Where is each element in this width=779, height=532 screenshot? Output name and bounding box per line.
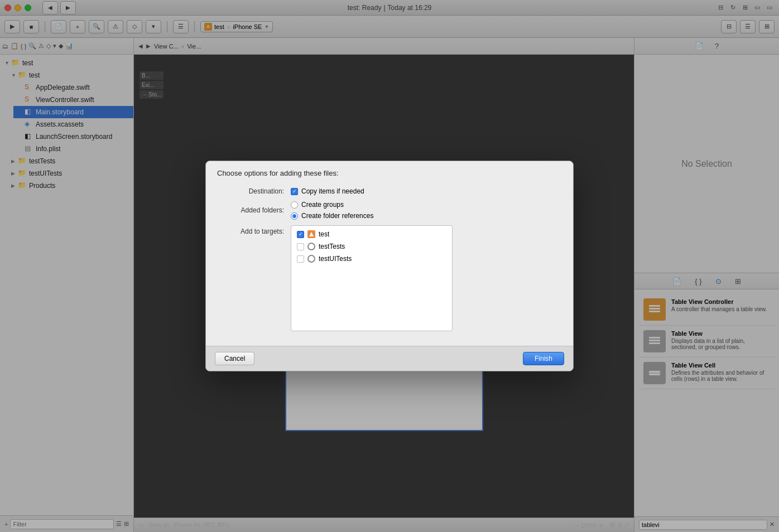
destination-label: Destination: (217, 187, 284, 195)
destination-row: Destination: ✓ Copy items if needed (217, 187, 562, 195)
create-folder-refs-label: Create folder references (301, 212, 373, 220)
target-test-checkbox[interactable]: ✓ (297, 231, 304, 238)
added-folders-label: Added folders: (217, 206, 284, 214)
modal-body: Destination: ✓ Copy items if needed Adde… (206, 182, 573, 346)
added-folders-row: Added folders: Create groups Create fold… (217, 201, 562, 220)
targets-label: Add to targets: (217, 228, 284, 235)
modal-footer: Cancel Finish (206, 346, 573, 371)
cancel-button[interactable]: Cancel (215, 352, 254, 365)
finish-button[interactable]: Finish (523, 352, 564, 365)
target-testtests-label: testTests (319, 243, 345, 250)
modal-title: Choose options for adding these files: (206, 161, 573, 182)
target-row-testuitests: testUITests (294, 253, 450, 265)
target-testuitests-label: testUITests (319, 255, 352, 263)
create-groups-option: Create groups (291, 201, 373, 209)
create-folder-refs-option: Create folder references (291, 212, 373, 220)
radio-inner (292, 214, 296, 218)
add-files-modal: Choose options for adding these files: D… (205, 161, 574, 371)
target-testuitests-icon (307, 255, 315, 263)
target-testtests-icon (307, 243, 315, 250)
target-row-test: ✓ test (294, 228, 450, 240)
target-testuitests-checkbox[interactable] (297, 255, 304, 263)
target-test-icon (307, 230, 315, 238)
create-folder-refs-radio[interactable] (291, 212, 298, 220)
folder-options: Create groups Create folder references (291, 201, 373, 220)
create-groups-label: Create groups (301, 201, 344, 209)
targets-row: Add to targets: ✓ test (217, 225, 562, 331)
svg-marker-8 (309, 232, 314, 236)
target-testtests-checkbox[interactable] (297, 243, 304, 250)
targets-box: ✓ test testTests (291, 225, 453, 331)
destination-text: Copy items if needed (301, 187, 364, 195)
target-test-label: test (319, 230, 329, 238)
destination-checkbox[interactable]: ✓ (291, 188, 298, 195)
destination-value: ✓ Copy items if needed (291, 187, 364, 195)
target-row-testtests: testTests (294, 240, 450, 253)
create-groups-radio[interactable] (291, 201, 298, 209)
modal-overlay: Choose options for adding these files: D… (0, 0, 779, 532)
